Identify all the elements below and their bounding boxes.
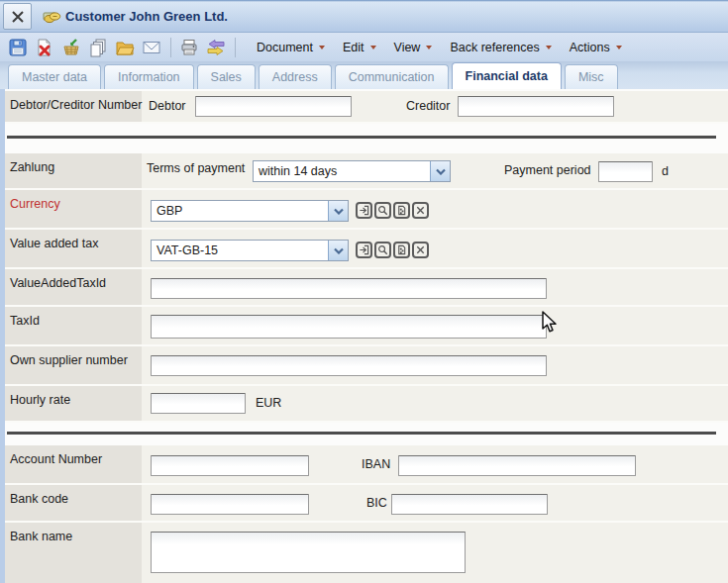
- terms-of-payment-label: Terms of payment: [147, 161, 245, 175]
- menu-edit[interactable]: Edit: [334, 37, 385, 58]
- tab-misc[interactable]: Misc: [565, 64, 618, 89]
- bank-name-textarea[interactable]: [151, 532, 466, 573]
- iban-input[interactable]: [398, 455, 636, 476]
- currency-select[interactable]: GBP: [151, 200, 349, 222]
- window-title: Customer John Green Ltd.: [65, 9, 228, 24]
- tab-sales[interactable]: Sales: [197, 64, 256, 89]
- tab-communication[interactable]: Communication: [335, 64, 449, 89]
- new-record-icon: [396, 244, 407, 255]
- import-button[interactable]: [59, 36, 83, 59]
- mail-icon: [142, 38, 161, 57]
- payment-period-unit: d: [662, 164, 669, 178]
- vat-search-button[interactable]: [374, 242, 391, 258]
- tab-information[interactable]: Information: [104, 64, 194, 89]
- tab-master-data[interactable]: Master data: [8, 64, 101, 89]
- save-icon: [8, 38, 28, 57]
- chevron-down-icon: [370, 46, 376, 49]
- money-icon: [43, 9, 61, 24]
- bank-code-input[interactable]: [151, 494, 309, 515]
- hourly-rate-unit: EUR: [256, 396, 281, 410]
- open-folder-icon: [115, 38, 135, 57]
- vat-new-record-button[interactable]: [393, 242, 410, 258]
- search-icon: [377, 244, 388, 255]
- vat-select[interactable]: VAT-GB-15: [151, 240, 349, 261]
- delete-button[interactable]: [33, 36, 56, 59]
- bic-input[interactable]: [391, 494, 548, 515]
- chevron-down-icon: [319, 46, 325, 49]
- row-debtor-creditor: Debtor/Creditor Number Debtor Creditor: [0, 91, 728, 124]
- chevron-down-icon: [328, 201, 348, 221]
- row-label: Currency: [10, 197, 60, 211]
- menu-actions[interactable]: Actions: [561, 37, 631, 58]
- row-hourly-rate: Hourly rate EUR: [0, 386, 728, 423]
- row-label: TaxId: [10, 314, 40, 328]
- menu-document[interactable]: Document: [248, 37, 334, 58]
- chevron-down-icon: [328, 241, 348, 260]
- hourly-rate-input[interactable]: [151, 393, 246, 414]
- transfer-arrows-icon: [206, 38, 226, 57]
- print-icon: [179, 38, 199, 57]
- row-own-supplier: Own supplier number: [0, 346, 728, 386]
- row-label: Zahlung: [10, 160, 54, 174]
- app-window: Customer John Green Ltd.: [0, 0, 728, 583]
- row-account: Account Number IBAN: [0, 445, 728, 485]
- vat-clear-button[interactable]: [412, 242, 429, 258]
- menubar: Document Edit View Back references Actio…: [248, 37, 631, 58]
- iban-label: IBAN: [362, 457, 390, 471]
- tab-address[interactable]: Address: [259, 64, 332, 89]
- currency-search-button[interactable]: [374, 202, 391, 219]
- toolbar-separator: [235, 38, 236, 57]
- section-separator: [7, 432, 716, 435]
- menu-label: Back references: [450, 41, 539, 54]
- selected-value: within 14 days: [254, 161, 430, 181]
- toolbar-separator: [170, 38, 171, 57]
- transfer-button[interactable]: [204, 36, 228, 59]
- currency-clear-button[interactable]: [412, 202, 429, 219]
- menu-label: View: [394, 41, 421, 54]
- payment-period-label: Payment period: [504, 163, 591, 177]
- goto-icon: [359, 205, 369, 216]
- row-vat: Value added tax VAT-GB-15: [0, 230, 728, 269]
- open-button[interactable]: [113, 36, 137, 59]
- menu-label: Document: [257, 41, 313, 54]
- copy-icon: [88, 38, 108, 57]
- terms-of-payment-select[interactable]: within 14 days: [253, 160, 451, 182]
- mail-button[interactable]: [140, 36, 163, 59]
- vat-goto-button[interactable]: [356, 242, 372, 258]
- row-label: Debtor/Creditor Number: [10, 98, 142, 112]
- own-supplier-input[interactable]: [151, 355, 547, 376]
- debtor-input[interactable]: [195, 96, 352, 117]
- row-currency: Currency GBP: [0, 190, 728, 230]
- section-separator: [7, 136, 716, 139]
- save-button[interactable]: [6, 36, 30, 59]
- section-gap: [0, 423, 728, 445]
- selected-value: GBP: [152, 201, 328, 221]
- close-button[interactable]: [3, 3, 32, 30]
- row-vat-id: ValueAddedTaxId: [0, 269, 728, 307]
- menu-label: Actions: [570, 41, 610, 54]
- row-label: Hourly rate: [10, 393, 70, 407]
- delete-icon: [35, 38, 54, 57]
- row-zahlung: Zahlung Terms of payment within 14 days …: [0, 153, 728, 190]
- form-area: Debtor/Creditor Number Debtor Creditor Z…: [0, 89, 728, 583]
- bic-label: BIC: [366, 496, 387, 510]
- row-tax-id: TaxId: [0, 307, 728, 346]
- row-label: Value added tax: [10, 237, 98, 250]
- menu-back-references[interactable]: Back references: [441, 37, 560, 58]
- vat-id-input[interactable]: [151, 278, 547, 299]
- currency-goto-button[interactable]: [356, 202, 372, 219]
- account-number-input[interactable]: [151, 455, 309, 476]
- close-icon: [10, 9, 26, 25]
- print-button[interactable]: [177, 36, 201, 59]
- row-bank-code: Bank code BIC: [0, 485, 728, 523]
- selected-value: VAT-GB-15: [152, 241, 328, 260]
- copy-button[interactable]: [86, 36, 110, 59]
- section-gap: [0, 124, 728, 153]
- menu-view[interactable]: View: [385, 37, 442, 58]
- currency-new-record-button[interactable]: [393, 202, 410, 219]
- creditor-label: Creditor: [406, 99, 450, 113]
- tax-id-input[interactable]: [151, 315, 547, 339]
- creditor-input[interactable]: [458, 96, 614, 117]
- tab-financial-data[interactable]: Financial data: [452, 62, 562, 89]
- payment-period-input[interactable]: [598, 161, 653, 182]
